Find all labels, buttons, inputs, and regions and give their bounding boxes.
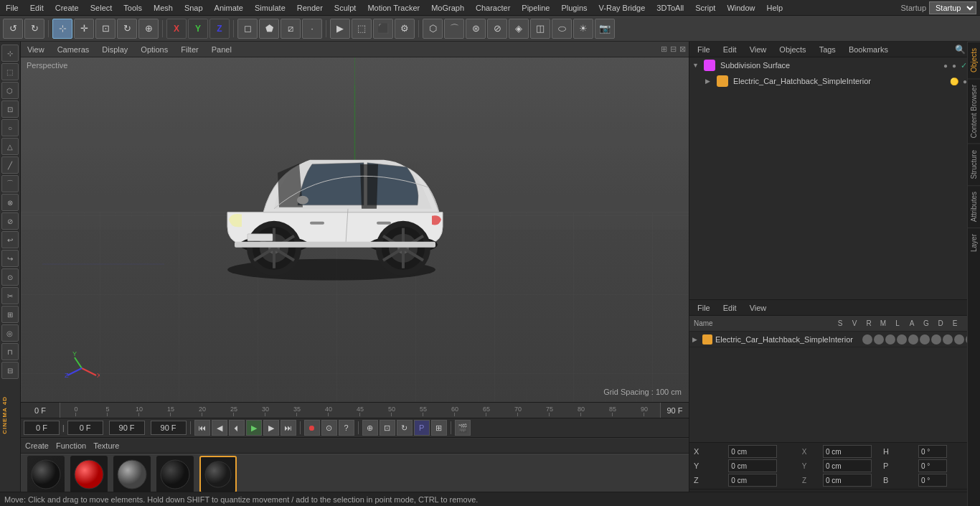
- menu-item-file[interactable]: File: [0, 2, 24, 14]
- materials-texture-menu[interactable]: Texture: [93, 441, 119, 450]
- viewport-tab-filter[interactable]: Filter: [177, 44, 202, 55]
- menu-item-vray[interactable]: V-Ray Bridge: [593, 2, 651, 14]
- play-mode-button[interactable]: P: [414, 420, 430, 436]
- sidebar-twist-btn[interactable]: ↪: [1, 250, 19, 267]
- viewport[interactable]: Perspective Grid Spacing : 100 cm X Y Z: [21, 57, 689, 402]
- render-region-button[interactable]: ⬚: [352, 19, 372, 39]
- viewport-icon-1[interactable]: ⊞: [661, 44, 667, 54]
- coord-p-input[interactable]: [918, 459, 947, 472]
- sidebar-deform-btn[interactable]: ⊘: [1, 212, 19, 230]
- obj-render-dot-1[interactable]: ●: [952, 62, 956, 70]
- sidebar-fill-btn[interactable]: ⊟: [1, 362, 19, 379]
- light-button[interactable]: ☀: [573, 19, 593, 39]
- materials-create-menu[interactable]: Create: [25, 441, 49, 450]
- vtab-attributes[interactable]: Attributes: [968, 185, 980, 228]
- sidebar-select-btn[interactable]: ⊹: [1, 44, 19, 62]
- fx-button[interactable]: ⬭: [552, 19, 572, 39]
- viewport-tab-cameras[interactable]: Cameras: [54, 44, 93, 55]
- coord-y-size-input[interactable]: [823, 459, 872, 472]
- menu-item-character[interactable]: Character: [470, 2, 516, 14]
- vtab-layer[interactable]: Layer: [968, 228, 980, 258]
- attr-row-car[interactable]: ▶ Electric_Car_Hatchback_SimpleInterior: [689, 332, 980, 347]
- render-anim-button[interactable]: 🎬: [455, 420, 471, 436]
- menu-item-select[interactable]: Select: [85, 2, 118, 14]
- play-backward-button[interactable]: ⏴: [229, 420, 245, 436]
- scale-tool-button[interactable]: ⊡: [95, 19, 116, 39]
- menu-item-help[interactable]: Help: [761, 2, 789, 14]
- menu-item-mesh[interactable]: Mesh: [148, 2, 179, 14]
- obj-expand-icon[interactable]: ▼: [692, 62, 701, 69]
- end-frame-input[interactable]: [109, 421, 145, 435]
- max-frame-input[interactable]: [151, 421, 187, 435]
- viewport-tab-display[interactable]: Display: [98, 44, 131, 55]
- attr-dot-7[interactable]: [931, 334, 941, 345]
- sidebar-knife-btn[interactable]: ✂: [1, 287, 19, 304]
- render-button[interactable]: ⬛: [373, 19, 393, 39]
- obj-color-swatch[interactable]: 🟡: [950, 78, 958, 85]
- coord-x-input[interactable]: [728, 445, 777, 458]
- transform-button[interactable]: ⊕: [138, 19, 159, 39]
- menu-item-tools[interactable]: Tools: [118, 2, 148, 14]
- spline-tool-button[interactable]: ⌒: [444, 19, 464, 39]
- nurbs-button[interactable]: ⊛: [466, 19, 486, 39]
- objects-tab-edit[interactable]: Edit: [720, 44, 740, 55]
- move-anim-button[interactable]: ⊕: [362, 420, 378, 436]
- attr-dot-6[interactable]: [920, 334, 930, 345]
- edge-mode-button[interactable]: ⧄: [281, 19, 301, 39]
- go-end-button[interactable]: ⏭: [281, 420, 296, 436]
- axis-y-button[interactable]: Y: [188, 19, 208, 39]
- sidebar-line-btn[interactable]: ╱: [1, 156, 19, 174]
- sidebar-smooth-btn[interactable]: ⊓: [1, 343, 19, 360]
- sidebar-cube-btn[interactable]: ⊡: [1, 100, 19, 118]
- axis-x-button[interactable]: X: [166, 19, 187, 39]
- menu-item-pipeline[interactable]: Pipeline: [516, 2, 555, 14]
- current-frame-input[interactable]: [24, 421, 60, 435]
- attrs-tab-file[interactable]: File: [694, 302, 714, 314]
- objects-tab-tags[interactable]: Tags: [816, 44, 839, 55]
- objects-tab-view[interactable]: View: [746, 44, 771, 55]
- objects-search-icon[interactable]: 🔍: [955, 44, 966, 55]
- paint-button[interactable]: ◫: [530, 19, 550, 39]
- menu-item-plugins[interactable]: Plugins: [555, 2, 593, 14]
- menu-item-window[interactable]: Window: [721, 2, 760, 14]
- coord-b-input[interactable]: [918, 474, 947, 487]
- layout-select[interactable]: Startup: [929, 1, 976, 14]
- viewport-icon-3[interactable]: ⊠: [679, 44, 686, 54]
- undo-button[interactable]: ↺: [3, 19, 23, 39]
- object-mode-button[interactable]: ◻: [237, 19, 258, 39]
- sidebar-nurbs-btn[interactable]: ⊗: [1, 194, 19, 211]
- cube-tool-button[interactable]: ⬡: [423, 19, 443, 39]
- menu-item-edit[interactable]: Edit: [24, 2, 50, 14]
- coord-h-input[interactable]: [918, 445, 947, 458]
- axis-z-button[interactable]: Z: [209, 19, 230, 39]
- camera-button[interactable]: 📷: [595, 19, 615, 39]
- sidebar-mag-btn[interactable]: ◎: [1, 324, 19, 342]
- rotate-anim-button[interactable]: ↻: [397, 420, 413, 436]
- scene-objects-button[interactable]: ◈: [509, 19, 529, 39]
- menu-item-mograph[interactable]: MoGraph: [425, 2, 470, 14]
- menu-item-motiontracker[interactable]: Motion Tracker: [362, 2, 425, 14]
- sidebar-poly-btn[interactable]: ⬡: [1, 82, 19, 99]
- go-start-button[interactable]: ⏮: [194, 420, 210, 436]
- attrs-tab-view[interactable]: View: [746, 302, 771, 314]
- sidebar-loop-btn[interactable]: ⊞: [1, 306, 19, 323]
- auto-key-button[interactable]: ⊙: [321, 420, 337, 436]
- attr-dot-9[interactable]: [954, 334, 964, 345]
- sidebar-sculpt-btn[interactable]: ⊙: [1, 268, 19, 286]
- attr-dot-3[interactable]: [885, 334, 895, 345]
- timeline-ruler[interactable]: 051015202530354045505560657075808590: [60, 403, 660, 418]
- attr-dot-2[interactable]: [874, 334, 884, 345]
- menu-item-create[interactable]: Create: [50, 2, 85, 14]
- materials-function-menu[interactable]: Function: [56, 441, 86, 450]
- vtab-objects[interactable]: Objects: [968, 42, 980, 78]
- attr-dot-5[interactable]: [908, 334, 918, 345]
- play-button[interactable]: ▶: [246, 420, 262, 436]
- viewport-icon-2[interactable]: ⊟: [670, 44, 677, 54]
- attrs-tab-edit[interactable]: Edit: [720, 302, 740, 314]
- object-subdivision-surface[interactable]: ▼ Subdivision Surface ● ● ✓ ✕: [689, 57, 980, 73]
- key-button[interactable]: ?: [339, 420, 354, 436]
- sidebar-bend-btn[interactable]: ↩: [1, 231, 19, 248]
- select-tool-button[interactable]: ⊹: [52, 19, 72, 39]
- sidebar-paint-btn[interactable]: ⬚: [1, 63, 19, 80]
- render-viewport-button[interactable]: ▶: [330, 19, 350, 39]
